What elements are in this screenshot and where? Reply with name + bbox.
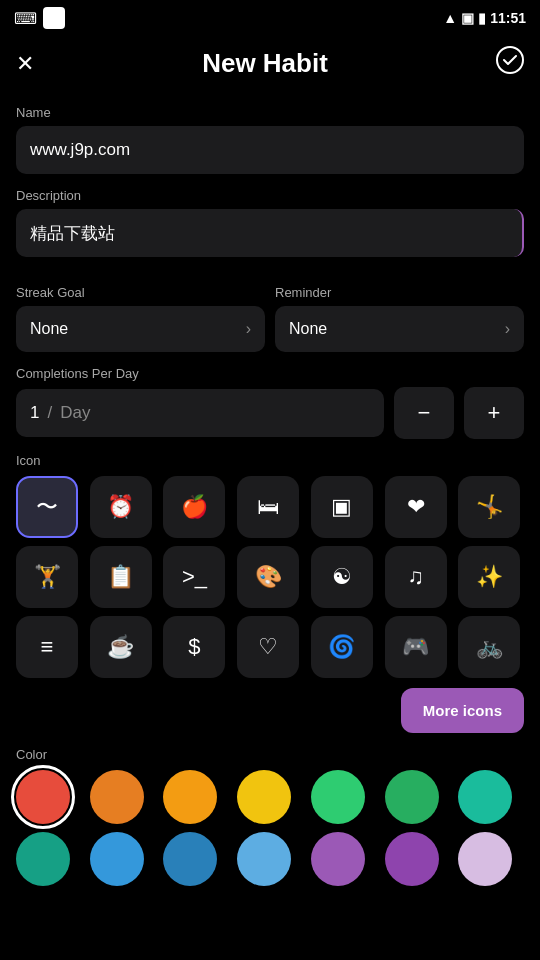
color-dot[interactable] [163, 770, 217, 824]
streak-goal-selector[interactable]: None › [16, 306, 265, 352]
battery-icon: ▮ [478, 10, 486, 26]
color-dot[interactable] [237, 832, 291, 886]
color-dot[interactable] [90, 832, 144, 886]
icon-grid: 〜⏰🍎🛏▣❤🤸🏋📋>_🎨☯♫✨≡☕$♡🌀🎮🚲 [16, 476, 524, 678]
description-input[interactable] [16, 209, 524, 257]
color-dot[interactable] [311, 832, 365, 886]
streak-goal-label: Streak Goal [16, 285, 265, 300]
icon-label: Icon [16, 453, 524, 468]
color-dot[interactable] [16, 832, 70, 886]
color-dot[interactable] [16, 770, 70, 824]
icon-cell[interactable]: ≡ [16, 616, 78, 678]
completions-row: 1 / Day − + [16, 387, 524, 439]
color-grid [16, 770, 524, 886]
svg-point-0 [497, 47, 523, 73]
reminder-selector[interactable]: None › [275, 306, 524, 352]
color-dot[interactable] [163, 832, 217, 886]
icon-cell[interactable]: ♡ [237, 616, 299, 678]
page-title: New Habit [202, 48, 328, 79]
icon-cell[interactable]: ▣ [311, 476, 373, 538]
icon-cell[interactable]: ♫ [385, 546, 447, 608]
icon-cell[interactable]: >_ [163, 546, 225, 608]
reminder-value: None [289, 320, 327, 338]
icon-cell[interactable]: 🏋 [16, 546, 78, 608]
form: Name Description Streak Goal None › Remi… [0, 105, 540, 886]
streak-goal-arrow-icon: › [246, 320, 251, 338]
close-button[interactable]: ✕ [16, 51, 34, 77]
white-box [43, 7, 65, 29]
icon-cell[interactable]: 🎮 [385, 616, 447, 678]
reminder-arrow-icon: › [505, 320, 510, 338]
name-input[interactable] [16, 126, 524, 174]
description-label: Description [16, 188, 524, 203]
icon-section: Icon 〜⏰🍎🛏▣❤🤸🏋📋>_🎨☯♫✨≡☕$♡🌀🎮🚲 More icons [16, 453, 524, 733]
icon-cell[interactable]: 🍎 [163, 476, 225, 538]
time: 11:51 [490, 10, 526, 26]
color-dot[interactable] [385, 770, 439, 824]
color-label: Color [16, 747, 524, 762]
icon-cell[interactable]: ☯ [311, 546, 373, 608]
color-dot[interactable] [385, 832, 439, 886]
icon-cell[interactable]: 〜 [16, 476, 78, 538]
more-icons-button[interactable]: More icons [401, 688, 524, 733]
increment-button[interactable]: + [464, 387, 524, 439]
name-label: Name [16, 105, 524, 120]
completions-input: 1 / Day [16, 389, 384, 437]
status-right: ▲ ▣ ▮ 11:51 [443, 10, 526, 26]
completions-day: Day [60, 403, 90, 423]
decrement-button[interactable]: − [394, 387, 454, 439]
status-bar: ⌨ ▲ ▣ ▮ 11:51 [0, 0, 540, 36]
completions-number: 1 [30, 403, 39, 423]
icon-cell[interactable]: 🎨 [237, 546, 299, 608]
signal-icon: ▣ [461, 10, 474, 26]
confirm-button[interactable] [496, 46, 524, 81]
color-dot[interactable] [458, 832, 512, 886]
color-dot[interactable] [458, 770, 512, 824]
icon-cell[interactable]: 🌀 [311, 616, 373, 678]
wifi-icon: ▲ [443, 10, 457, 26]
status-left: ⌨ [14, 7, 65, 29]
icon-cell[interactable]: ❤ [385, 476, 447, 538]
keyboard-icon: ⌨ [14, 9, 37, 28]
icon-cell[interactable]: 🤸 [458, 476, 520, 538]
color-dot[interactable] [90, 770, 144, 824]
color-section: Color [16, 747, 524, 886]
completions-slash: / [47, 403, 52, 423]
header: ✕ New Habit [0, 36, 540, 91]
icon-cell[interactable]: 🛏 [237, 476, 299, 538]
color-dot[interactable] [237, 770, 291, 824]
icon-cell[interactable]: $ [163, 616, 225, 678]
completions-label: Completions Per Day [16, 366, 524, 381]
color-dot[interactable] [311, 770, 365, 824]
icon-cell[interactable]: ✨ [458, 546, 520, 608]
icon-cell[interactable]: ☕ [90, 616, 152, 678]
streak-goal-value: None [30, 320, 68, 338]
icon-cell[interactable]: ⏰ [90, 476, 152, 538]
reminder-label: Reminder [275, 285, 524, 300]
icon-cell[interactable]: 📋 [90, 546, 152, 608]
icon-cell[interactable]: 🚲 [458, 616, 520, 678]
